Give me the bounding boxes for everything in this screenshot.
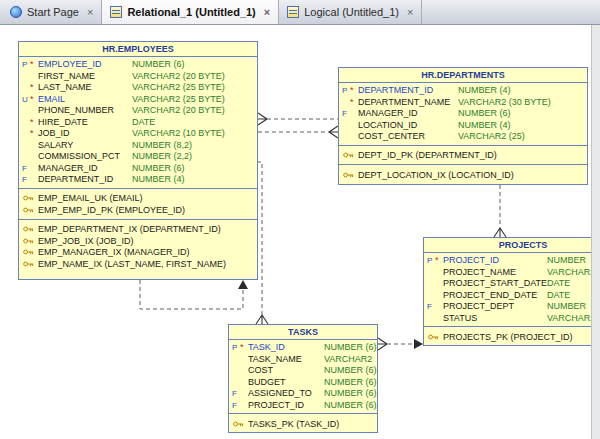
column-type: NUMBER (4)	[132, 174, 185, 186]
mandatory-flag	[240, 388, 248, 400]
key-icon	[233, 420, 248, 428]
column-row: *JOB_IDVARCHAR2 (10 BYTE)	[19, 128, 257, 140]
entity-tasks[interactable]: TASKSP*TASK_IDNUMBER (6)TASK_NAMEVARCHAR…	[228, 324, 378, 433]
entity-projects[interactable]: PROJECTSP*PROJECT_IDNUMBERPROJECT_NAMEVA…	[423, 237, 592, 346]
mandatory-flag: *	[30, 94, 38, 106]
column-row: PROJECT_END_DATEDATE	[424, 290, 592, 302]
column-type: DATE	[547, 278, 570, 290]
column-row: STATUSVARCHAR2	[424, 313, 592, 325]
mandatory-flag	[240, 365, 248, 377]
key-flag: P	[22, 59, 30, 71]
column-row: *HIRE_DATEDATE	[19, 117, 257, 129]
mandatory-flag	[30, 163, 38, 175]
key-flag: P	[232, 342, 240, 354]
column-row: SALARYNUMBER (8,2)	[19, 140, 257, 152]
mandatory-flag	[350, 120, 358, 132]
mandatory-flag	[435, 290, 443, 302]
column-row: P*PROJECT_IDNUMBER	[424, 255, 592, 267]
key-flag	[232, 365, 240, 377]
column-row: PROJECT_START_DATEDATE	[424, 278, 592, 290]
column-name: STATUS	[443, 313, 547, 325]
key-label: TASKS_PK (TASK_ID)	[248, 419, 339, 429]
key-row: PROJECTS_PK (PROJECT_ID)	[424, 331, 592, 343]
column-row: COMMISSION_PCTNUMBER (2,2)	[19, 151, 257, 163]
index-list: DEPT_LOCATION_IX (LOCATION_ID)	[339, 165, 587, 184]
tab-close-button[interactable]: ×	[87, 7, 93, 17]
column-row: FPROJECT_DEPTNUMBER	[424, 301, 592, 313]
column-row: FPROJECT_IDNUMBER (6)	[229, 400, 377, 412]
key-list: DEPT_ID_PK (DEPARTMENT_ID)	[339, 146, 587, 165]
key-flag	[22, 128, 30, 140]
column-row: FIRST_NAMEVARCHAR2 (20 BYTE)	[19, 71, 257, 83]
relationship-projects-departments[interactable]	[494, 185, 506, 237]
column-row: COSTNUMBER (6)	[229, 365, 377, 377]
index-row: EMP_DEPARTMENT_IX (DEPARTMENT_ID)	[19, 224, 257, 236]
tab-close-button[interactable]: ×	[264, 7, 270, 17]
column-type: DATE	[547, 290, 570, 302]
entity-hr-departments[interactable]: HR.DEPARTMENTSP*DEPARTMENT_IDNUMBER (4)*…	[338, 67, 588, 185]
key-flag: F	[232, 400, 240, 412]
column-list: P*EMPLOYEE_IDNUMBER (6)FIRST_NAMEVARCHAR…	[19, 57, 257, 188]
mandatory-flag	[240, 354, 248, 366]
column-name: PROJECT_DEPT	[443, 301, 547, 313]
mandatory-flag	[435, 267, 443, 279]
entity-hr-employees[interactable]: HR.EMPLOYEESP*EMPLOYEE_IDNUMBER (6)FIRST…	[18, 41, 258, 280]
key-flag: F	[22, 163, 30, 175]
column-name: COST	[248, 365, 324, 377]
tab-close-button[interactable]: ×	[407, 7, 413, 17]
entity-title: PROJECTS	[424, 238, 592, 253]
mandatory-flag	[350, 108, 358, 120]
key-flag: F	[22, 174, 30, 186]
column-type: NUMBER (6)	[324, 377, 377, 389]
column-type: VARCHAR2	[547, 313, 592, 325]
column-row: BUDGETNUMBER (6)	[229, 377, 377, 389]
key-label: EMP_EMP_ID_PK (EMPLOYEE_ID)	[38, 205, 185, 215]
key-flag	[232, 377, 240, 389]
mandatory-flag	[240, 377, 248, 389]
mandatory-flag: *	[30, 117, 38, 129]
column-row: COST_CENTERVARCHAR2 (25)	[339, 131, 587, 143]
column-type: NUMBER (4)	[458, 120, 511, 132]
tab-logical[interactable]: Logical (Untitled_1)×	[279, 0, 422, 24]
column-row: *LAST_NAMEVARCHAR2 (25 BYTE)	[19, 82, 257, 94]
mandatory-flag: *	[350, 85, 358, 97]
relationship-employees-self[interactable]	[140, 280, 248, 309]
tab-relational-1[interactable]: Relational_1 (Untitled_1)×	[102, 0, 279, 24]
mandatory-flag	[30, 174, 38, 186]
column-list: P*TASK_IDNUMBER (6)TASK_NAMEVARCHAR2COST…	[229, 340, 377, 413]
key-row: EMP_EMAIL_UK (EMAIL)	[19, 193, 257, 205]
key-icon	[23, 194, 38, 202]
column-type: VARCHAR2	[324, 354, 372, 366]
column-list: P*DEPARTMENT_IDNUMBER (4)*DEPARTMENT_NAM…	[339, 83, 587, 145]
column-row: FDEPARTMENT_IDNUMBER (4)	[19, 174, 257, 186]
column-name: PROJECT_NAME	[443, 267, 547, 279]
column-type: VARCHAR2 (25 BYTE)	[132, 94, 225, 106]
column-name: DEPARTMENT_ID	[38, 174, 132, 186]
relationship-departments-employees[interactable]	[258, 126, 338, 138]
key-list: TASKS_PK (TASK_ID)	[229, 414, 377, 433]
relationship-employees-departments[interactable]	[258, 113, 338, 125]
logical-model-icon	[287, 6, 299, 18]
column-type: NUMBER (6)	[458, 108, 511, 120]
tab-start-page[interactable]: Start Page×	[2, 0, 102, 24]
index-icon	[23, 237, 38, 245]
column-row: PROJECT_NAMEVARCHAR2	[424, 267, 592, 279]
column-row: P*TASK_IDNUMBER (6)	[229, 342, 377, 354]
column-name: SALARY	[38, 140, 132, 152]
tab-bar: Start Page×Relational_1 (Untitled_1)×Log…	[0, 0, 600, 25]
mandatory-flag: *	[30, 128, 38, 140]
index-row: EMP_NAME_IX (LAST_NAME, FIRST_NAME)	[19, 258, 257, 270]
key-flag	[342, 120, 350, 132]
column-name: FIRST_NAME	[38, 71, 132, 83]
column-name: COMMISSION_PCT	[38, 151, 132, 163]
key-icon	[23, 206, 38, 214]
diagram-canvas[interactable]: HR.EMPLOYEESP*EMPLOYEE_IDNUMBER (6)FIRST…	[0, 25, 592, 439]
relationship-tasks-projects[interactable]	[378, 338, 423, 350]
key-label: PROJECTS_PK (PROJECT_ID)	[443, 332, 573, 342]
key-flag	[22, 151, 30, 163]
vertical-scrollbar[interactable]	[591, 25, 600, 439]
index-row: EMP_MANAGER_IX (MANAGER_ID)	[19, 247, 257, 259]
column-name: PROJECT_START_DATE	[443, 278, 547, 290]
mandatory-flag: *	[435, 255, 443, 267]
key-flag	[22, 140, 30, 152]
